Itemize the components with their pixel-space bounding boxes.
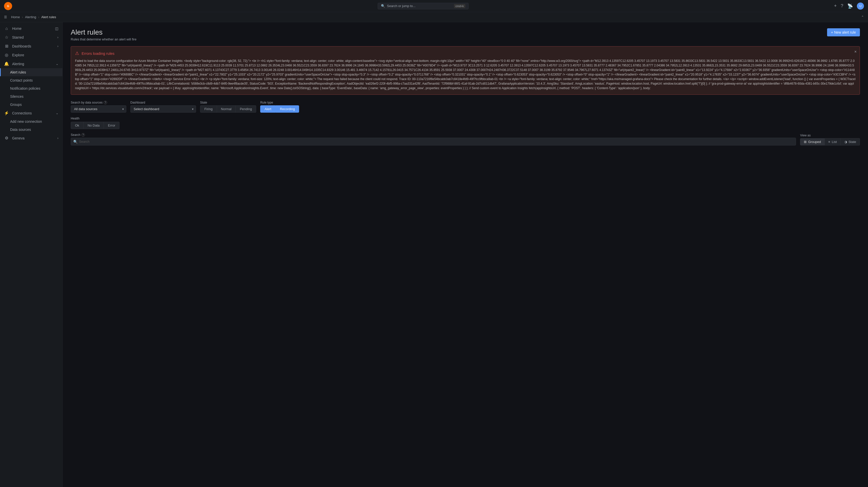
state-firing-button[interactable]: Firing xyxy=(200,105,217,113)
datasource-help-icon[interactable]: ? xyxy=(103,101,107,104)
sidebar-item-data-sources[interactable]: Data sources xyxy=(0,125,62,133)
search-placeholder: Search or jump to... xyxy=(387,4,415,8)
sidebar-item-alert-rules-label: Alert rules xyxy=(10,70,26,74)
chevron-right-icon-3: › xyxy=(57,136,58,140)
rule-type-buttons: Alert Recording xyxy=(260,105,299,113)
datasource-filter-group: Search by data sources ? All data source… xyxy=(71,101,126,113)
sidebar: ⌂ Home ◫ ☆ Starred › ⊞ Dashboards › ◎ Ex… xyxy=(0,22,63,487)
page-title: Alert rules xyxy=(71,28,136,36)
error-title: Errors loading rules xyxy=(82,51,115,56)
sidebar-item-notification-policies[interactable]: Notification policies xyxy=(0,84,62,92)
geneva-icon: ⚙ xyxy=(4,135,9,141)
star-icon: ☆ xyxy=(4,35,9,40)
sidebar-item-silences[interactable]: Silences xyxy=(0,92,62,100)
sidebar-item-dashboards-label: Dashboards xyxy=(12,44,31,48)
breadcrumb-home[interactable]: Home xyxy=(11,15,20,19)
chevron-down-icon: ⌄ xyxy=(56,62,58,66)
error-close-button[interactable]: × xyxy=(855,50,857,54)
sidebar-item-starred-label: Starred xyxy=(12,35,24,39)
datasource-filter-label: Search by data sources ? xyxy=(71,101,126,104)
state-normal-button[interactable]: Normal xyxy=(217,105,236,113)
grouped-icon: ⊞ xyxy=(804,140,807,144)
search-help-icon[interactable]: ? xyxy=(81,133,85,136)
dashboard-filter-label: Dashboard xyxy=(130,101,196,104)
chevron-right-icon: › xyxy=(57,36,58,39)
sidebar-item-alerting-label: Alerting xyxy=(12,62,24,66)
topbar: G 🔍 Search or jump to... cmd+k + ? 📡 U xyxy=(0,0,868,12)
view-as-state-button[interactable]: ◑ State xyxy=(841,138,860,146)
svg-text:G: G xyxy=(7,4,9,7)
search-row: Search ? 🔍 View as ⊞ Grouped ≡ xyxy=(71,133,860,146)
view-as-label: View as xyxy=(800,133,860,137)
home-icon: ⌂ xyxy=(4,26,9,31)
dashboard-select[interactable]: Select dashboard xyxy=(130,105,196,113)
sidebar-item-add-new-connection[interactable]: Add new connection xyxy=(0,118,62,125)
sidebar-item-geneva[interactable]: ⚙ Geneva › xyxy=(0,133,62,143)
help-icon[interactable]: ? xyxy=(841,3,843,8)
search-label: Search ? xyxy=(71,133,796,136)
health-error-button[interactable]: Error xyxy=(104,122,120,129)
view-as-list-button[interactable]: ≡ List xyxy=(825,138,841,146)
health-ok-button[interactable]: Ok xyxy=(71,122,84,129)
search-input[interactable] xyxy=(71,138,796,146)
search-group: Search ? 🔍 xyxy=(71,133,796,146)
sidebar-item-groups[interactable]: Groups xyxy=(0,100,62,109)
sidebar-item-dashboards[interactable]: ⊞ Dashboards › xyxy=(0,42,62,51)
sidebar-item-silences-label: Silences xyxy=(10,94,24,98)
breadcrumb-alerting[interactable]: Alerting xyxy=(25,15,36,19)
avatar[interactable]: U xyxy=(857,2,864,9)
error-box: ⚠ Errors loading rules × Failed to load … xyxy=(71,46,860,95)
search-box[interactable]: 🔍 Search or jump to... cmd+k xyxy=(378,3,469,9)
breadcrumb-sep-1: › xyxy=(22,15,23,19)
rss-icon[interactable]: 📡 xyxy=(847,3,853,9)
sidebar-item-home[interactable]: ⌂ Home ◫ xyxy=(0,24,62,33)
sidebar-toggle-icon: ◫ xyxy=(55,27,58,31)
page-subtitle: Rules that determine whether an alert wi… xyxy=(71,37,136,41)
rule-type-label: Rule type xyxy=(260,101,299,104)
search-icon: 🔍 xyxy=(381,4,385,8)
view-as-grouped-button[interactable]: ⊞ Grouped xyxy=(800,138,825,146)
state-label: State xyxy=(848,140,856,144)
rule-type-filter-group: Rule type Alert Recording xyxy=(260,101,299,113)
grafana-logo: G xyxy=(4,2,12,10)
health-nodata-button[interactable]: No Data xyxy=(84,122,104,129)
error-icon: ⚠ xyxy=(75,51,79,56)
state-buttons: Firing Normal Pending xyxy=(200,105,256,113)
sidebar-item-contact-points-label: Contact points xyxy=(10,78,33,82)
sidebar-item-groups-label: Groups xyxy=(10,102,22,106)
breadcrumb-current: Alert rules xyxy=(41,15,56,19)
state-icon: ◑ xyxy=(844,140,847,144)
list-icon: ≡ xyxy=(828,140,830,144)
state-pending-button[interactable]: Pending xyxy=(236,105,256,113)
connections-icon: ⚡ xyxy=(4,111,9,116)
breadcrumb-sep-2: › xyxy=(38,15,39,19)
sidebar-item-starred[interactable]: ☆ Starred › xyxy=(0,33,62,42)
chevron-right-icon-2: › xyxy=(57,44,58,48)
hamburger-icon[interactable]: ☰ xyxy=(4,15,7,19)
layout: ⌂ Home ◫ ☆ Starred › ⊞ Dashboards › ◎ Ex… xyxy=(0,22,868,487)
sidebar-item-explore-label: Explore xyxy=(12,53,24,57)
breadcrumb-collapse-icon[interactable]: ⌃ xyxy=(861,15,864,19)
rule-type-alert-button[interactable]: Alert xyxy=(260,105,276,113)
view-as-group: View as ⊞ Grouped ≡ List ◑ State xyxy=(800,133,860,146)
health-buttons: Ok No Data Error xyxy=(71,122,860,129)
add-button[interactable]: + xyxy=(834,3,837,8)
state-filter-group: State Firing Normal Pending xyxy=(200,101,256,113)
new-alert-rule-button[interactable]: + New alert rule xyxy=(827,28,860,36)
dashboard-select-wrapper: Select dashboard xyxy=(130,105,196,113)
datasource-select-wrapper: All data sources xyxy=(71,105,126,113)
error-header: ⚠ Errors loading rules xyxy=(75,51,856,56)
search-area: 🔍 Search or jump to... cmd+k xyxy=(12,3,834,9)
datasource-select[interactable]: All data sources xyxy=(71,105,126,113)
search-input-wrapper: 🔍 xyxy=(71,138,796,146)
list-label: List xyxy=(832,140,837,144)
sidebar-item-explore[interactable]: ◎ Explore xyxy=(0,51,62,59)
sidebar-item-alert-rules[interactable]: Alert rules xyxy=(0,68,62,76)
sidebar-item-contact-points[interactable]: Contact points xyxy=(0,76,62,84)
dashboard-filter-group: Dashboard Select dashboard xyxy=(130,101,196,113)
rule-type-recording-button[interactable]: Recording xyxy=(276,105,299,113)
chevron-down-icon-2: ⌄ xyxy=(56,112,58,115)
sidebar-item-connections[interactable]: ⚡ Connections ⌄ xyxy=(0,109,62,118)
sidebar-item-add-new-connection-label: Add new connection xyxy=(10,120,42,123)
sidebar-item-alerting[interactable]: 🔔 Alerting ⌄ xyxy=(0,59,62,68)
